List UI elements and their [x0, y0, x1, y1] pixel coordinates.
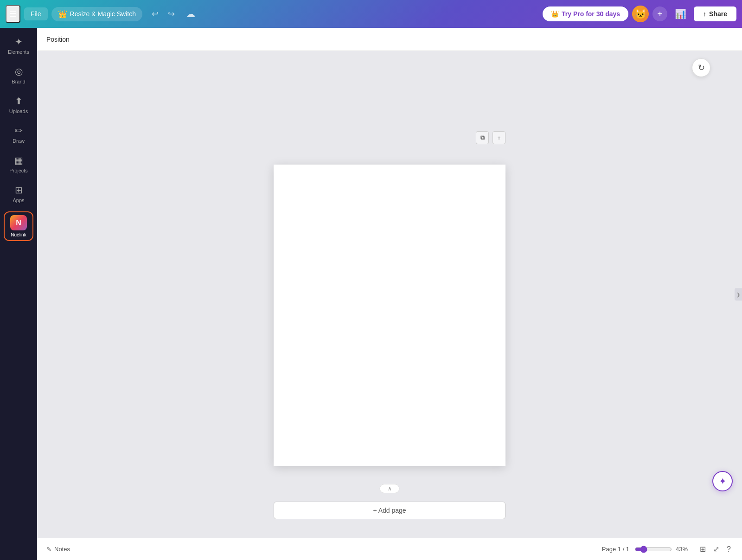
share-button[interactable]: ↑ Share [694, 6, 736, 21]
magic-star-button[interactable]: ✦ [712, 471, 733, 491]
properties-bar: Position [37, 28, 742, 51]
sidebar-item-apps-label: Apps [13, 197, 24, 203]
share-label: Share [709, 10, 727, 18]
canvas-toolbar-above: ⧉ + [476, 131, 505, 144]
try-pro-label: Try Pro for 30 days [562, 10, 620, 18]
projects-icon: ▦ [14, 155, 23, 166]
zoom-slider[interactable] [635, 546, 672, 553]
file-menu-button[interactable]: File [24, 7, 48, 20]
copy-page-button[interactable]: ⧉ [476, 131, 489, 144]
magic-switch-label: Resize & Magic Switch [70, 10, 136, 18]
collapse-pages-handle[interactable]: ∧ [380, 484, 400, 493]
history-controls: ↩ ↪ [148, 7, 179, 21]
sidebar-item-apps[interactable]: ⊞ Apps [2, 180, 35, 208]
notes-label: Notes [54, 546, 70, 553]
help-button[interactable]: ? [725, 543, 733, 555]
bottom-bar: ✎ Notes Page 1 / 1 43% ⊞ ⤢ ? [37, 538, 742, 560]
topbar: ☰ File 👑 Resize & Magic Switch ↩ ↪ ☁ 👑 T… [0, 0, 742, 28]
uploads-icon: ⬆ [15, 95, 23, 107]
analytics-button[interactable]: 📊 [671, 6, 690, 21]
sidebar-item-uploads-label: Uploads [9, 108, 28, 114]
canvas-page[interactable] [274, 165, 505, 466]
zoom-percentage: 43% [676, 546, 692, 553]
right-panel: Position ↻ ⧉ + ∧ + Add page [37, 28, 742, 560]
try-pro-icon: 👑 [551, 10, 559, 18]
sidebar-item-brand-label: Brand [12, 79, 25, 84]
avatar-icon: 🐱 [635, 8, 646, 19]
main-layout: ✦ Elements ◎ Brand ⬆ Uploads ✏ Draw ▦ Pr… [0, 28, 742, 560]
bottom-icons: ⊞ ⤢ ? [698, 543, 733, 555]
left-sidebar: ✦ Elements ◎ Brand ⬆ Uploads ✏ Draw ▦ Pr… [0, 28, 37, 560]
sidebar-item-brand[interactable]: ◎ Brand [2, 61, 35, 89]
add-page-button[interactable]: + Add page [274, 502, 505, 519]
add-collaborator-button[interactable]: + [652, 6, 667, 21]
sidebar-item-projects-label: Projects [9, 168, 28, 173]
notes-icon: ✎ [46, 546, 51, 553]
sidebar-item-projects[interactable]: ▦ Projects [2, 150, 35, 178]
nuelink-app-icon: N [10, 215, 27, 230]
notes-button[interactable]: ✎ Notes [46, 546, 70, 553]
sidebar-item-nuelink[interactable]: N Nuelink [4, 211, 33, 241]
redo-button[interactable]: ↪ [164, 7, 179, 21]
brand-icon: ◎ [15, 66, 23, 77]
sidebar-item-elements[interactable]: ✦ Elements [2, 32, 35, 59]
chevron-up-icon: ∧ [388, 485, 392, 492]
elements-icon: ✦ [15, 36, 23, 47]
draw-icon: ✏ [15, 125, 23, 136]
page-indicator: Page 1 / 1 [602, 546, 629, 553]
right-panel-collapse[interactable]: ❯ [735, 288, 742, 301]
fullscreen-button[interactable]: ⤢ [711, 543, 721, 555]
cloud-save-button[interactable]: ☁ [182, 6, 199, 21]
undo-button[interactable]: ↩ [148, 7, 162, 21]
apps-icon: ⊞ [15, 185, 23, 196]
hamburger-menu-button[interactable]: ☰ [6, 5, 20, 23]
sidebar-item-elements-label: Elements [8, 49, 29, 55]
add-page-above-button[interactable]: + [493, 131, 505, 144]
share-icon: ↑ [703, 10, 706, 18]
resize-magic-switch-button[interactable]: 👑 Resize & Magic Switch [51, 7, 142, 21]
sidebar-item-draw[interactable]: ✏ Draw [2, 121, 35, 148]
avatar-button[interactable]: 🐱 [632, 6, 649, 22]
position-label: Position [46, 36, 70, 43]
magic-switch-icon: 👑 [58, 10, 67, 19]
canvas-area: ↻ ⧉ + ∧ + Add page ❯ ✦ [37, 51, 742, 538]
refresh-button[interactable]: ↻ [692, 58, 710, 77]
zoom-control: 43% [635, 546, 692, 553]
sidebar-item-draw-label: Draw [13, 138, 25, 144]
try-pro-button[interactable]: 👑 Try Pro for 30 days [543, 6, 628, 21]
nuelink-label: Nuelink [11, 232, 26, 237]
grid-view-button[interactable]: ⊞ [698, 543, 708, 555]
sidebar-item-uploads[interactable]: ⬆ Uploads [2, 91, 35, 119]
collapse-icon: ❯ [736, 292, 740, 297]
